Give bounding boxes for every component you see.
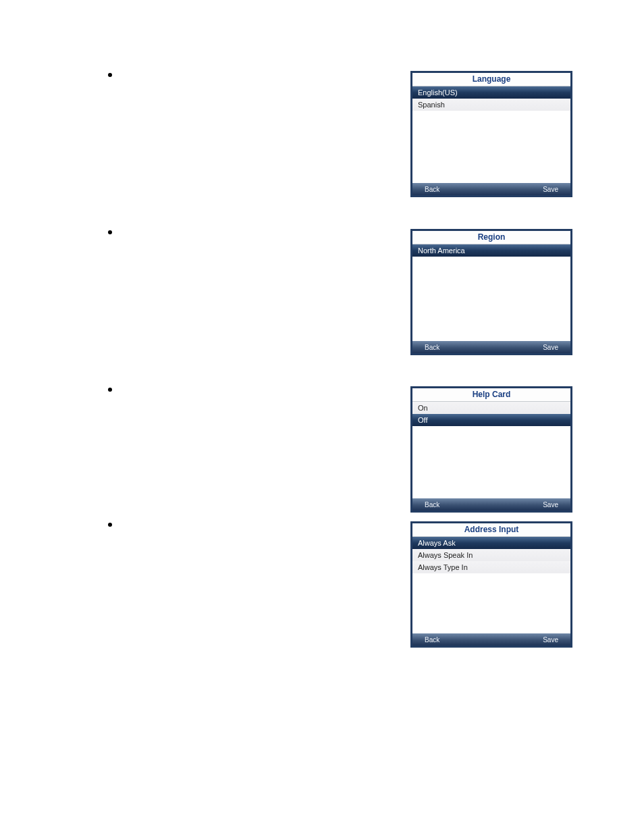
settings-panel: RegionNorth AmericaBackSave (410, 229, 572, 355)
save-button[interactable]: Save (543, 186, 558, 193)
save-button[interactable]: Save (543, 501, 558, 509)
option-list: English(US)Spanish (412, 86, 570, 183)
panel-footer: BackSave (412, 341, 570, 353)
panel-title: Region (412, 231, 570, 244)
option-list: North America (412, 244, 570, 341)
settings-panel: Address InputAlways AskAlways Speak InAl… (410, 521, 572, 648)
bullet (108, 230, 112, 234)
list-item[interactable]: North America (412, 244, 570, 257)
panel-footer: BackSave (412, 498, 570, 511)
panel-title: Help Card (412, 388, 570, 401)
option-list: Always AskAlways Speak InAlways Type In (412, 537, 570, 633)
option-list: OnOff (412, 402, 570, 498)
list-item[interactable]: English(US) (412, 86, 570, 99)
list-item[interactable]: On (412, 402, 570, 414)
back-button[interactable]: Back (425, 501, 439, 509)
panel-footer: BackSave (412, 633, 570, 646)
bullet (108, 73, 112, 77)
panel-footer: BackSave (412, 183, 570, 195)
settings-panel: LanguageEnglish(US)SpanishBackSave (410, 71, 572, 197)
list-item[interactable]: Always Type In (412, 561, 570, 573)
back-button[interactable]: Back (425, 636, 439, 644)
settings-panel: Help CardOnOffBackSave (410, 386, 572, 513)
list-item[interactable]: Always Ask (412, 537, 570, 549)
save-button[interactable]: Save (543, 636, 558, 644)
list-item[interactable]: Spanish (412, 99, 570, 111)
list-item[interactable]: Off (412, 414, 570, 426)
panel-title: Address Input (412, 523, 570, 536)
back-button[interactable]: Back (425, 186, 439, 193)
bullet (108, 388, 112, 392)
back-button[interactable]: Back (425, 344, 439, 351)
save-button[interactable]: Save (543, 344, 558, 351)
panel-title: Language (412, 73, 570, 86)
list-item[interactable]: Always Speak In (412, 549, 570, 561)
bullet (108, 523, 112, 527)
